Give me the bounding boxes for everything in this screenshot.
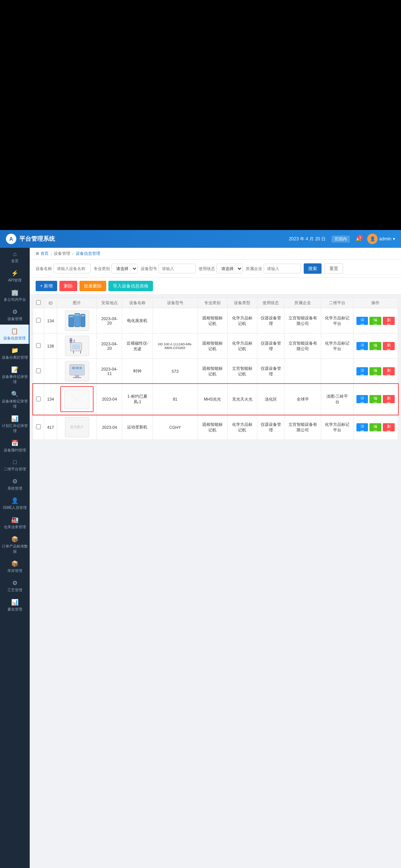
delete-row-btn[interactable]: 删除 — [383, 317, 395, 325]
sidebar-item-plan[interactable]: 📊 计划汇补记录管理 — [0, 412, 30, 437]
row-select-checkbox[interactable] — [36, 318, 41, 323]
row-device-name: 1-标约已夏凤-1 — [122, 384, 153, 415]
delete-row-btn-3[interactable]: 删除 — [383, 367, 395, 375]
row-image — [57, 308, 97, 333]
sidebar-item-qr[interactable]: □ 二维平台管理 — [0, 456, 30, 475]
sidebar-item-reserve[interactable]: 📅 设备预约管理 — [0, 437, 30, 456]
row-device-type: 化学方品标记机 — [227, 333, 257, 359]
device-name-input[interactable] — [53, 264, 91, 273]
edit-btn-3[interactable]: 编辑 — [369, 367, 381, 375]
view-btn-5[interactable]: 详情 — [356, 423, 368, 431]
delete-row-btn-4[interactable]: 删除 — [383, 395, 395, 403]
view-btn-2[interactable]: 详情 — [356, 342, 368, 350]
svg-rect-4 — [75, 314, 79, 316]
sidebar-item-home[interactable]: ⌂ 首页 — [0, 248, 30, 267]
no-image-text: 暂无图片 — [70, 425, 84, 430]
svg-rect-5 — [81, 315, 85, 316]
sidebar-label-equipment: 设备管理 — [7, 316, 22, 322]
sidebar-item-quantify[interactable]: 📊 量化管理 — [0, 596, 30, 615]
sidebar-label-company: 多公司内平台 — [4, 297, 26, 302]
device-name-label: 设备名称 — [36, 266, 52, 272]
sidebar-label-quantify: 量化管理 — [7, 607, 22, 612]
row-category: 固相智能标记机 — [198, 333, 227, 359]
avatar-icon: 👤 — [370, 236, 375, 241]
row-qr: 化学方品标记平台 — [321, 308, 353, 333]
status-select[interactable]: 请选择 — [216, 264, 243, 273]
enterprise-input[interactable] — [264, 264, 301, 273]
sidebar-item-system[interactable]: ⚙ 系统管理 — [0, 475, 30, 494]
search-button[interactable]: 搜索 — [304, 263, 322, 274]
edit-btn-2[interactable]: 编辑 — [369, 342, 381, 350]
sidebar-item-order[interactable]: 📦 订单产品标准数据 — [0, 533, 30, 557]
col-model: 设备型号 — [153, 298, 198, 308]
edit-btn-4[interactable]: 编辑 — [369, 395, 381, 403]
device-table: ID 图片 安装地点 设备名称 设备型号 专业类别 设备类型 使用状态 所属企业… — [33, 297, 398, 440]
sidebar-item-device-zone[interactable]: 📁 设备分离区管理 — [0, 344, 30, 363]
system-icon: ⚙ — [12, 478, 17, 485]
breadcrumb-equipment[interactable]: 设备管理 — [54, 251, 70, 256]
reset-button[interactable]: 重置 — [325, 263, 343, 274]
notification-bell[interactable]: 🔔 1 — [356, 236, 361, 241]
row-actions: 详情 编辑 删除 — [353, 384, 398, 415]
user-avatar-area[interactable]: 👤 admin ▾ — [367, 234, 395, 244]
sidebar-item-process[interactable]: ⚙ 工艺管理 — [0, 576, 30, 596]
delete-button[interactable]: 删除 — [59, 281, 77, 291]
row-actions: 详情 编辑 删除 — [353, 308, 398, 333]
company-icon: 🏢 — [11, 289, 19, 296]
device-image-3 — [65, 361, 89, 381]
model-input[interactable] — [159, 264, 196, 273]
svg-rect-7 — [72, 344, 80, 349]
sidebar-item-company[interactable]: 🏢 多公司内平台 — [0, 286, 30, 305]
view-btn-4[interactable]: 详情 — [356, 395, 368, 403]
delete-row-btn-5[interactable]: 删除 — [383, 423, 395, 431]
col-image: 图片 — [57, 298, 97, 308]
model-label: 设备型号 — [141, 266, 157, 272]
add-button[interactable]: + 新增 — [36, 281, 57, 291]
sidebar-item-api[interactable]: ⚡ API管理 — [0, 267, 30, 286]
view-btn[interactable]: 详情 — [356, 317, 368, 325]
breadcrumb-home[interactable]: 首页 — [40, 251, 49, 256]
svg-rect-11 — [74, 339, 75, 342]
sidebar-item-inspection[interactable]: 🔍 设备体检记录管理 — [0, 388, 30, 412]
app-title: 平台管理系统 — [19, 235, 55, 243]
select-all-checkbox[interactable] — [36, 300, 41, 305]
import-template-button[interactable]: 导入设备信息表格 — [108, 281, 153, 291]
row-qr: 淡图-三岭平台 — [321, 384, 353, 415]
sidebar-item-warehouse[interactable]: 🏭 仓库业务管理 — [0, 513, 30, 533]
row-image — [57, 359, 97, 384]
language-switcher[interactable]: 官国内 — [332, 236, 350, 243]
header-right: 2023 年 4 月 20 日 官国内 🔔 1 👤 admin ▾ — [289, 234, 395, 244]
sidebar: ⌂ 首页 ⚡ API管理 🏢 多公司内平台 ⚙ 设备管理 📋 设备信息管理 📁 — [0, 248, 30, 868]
sidebar-item-isme[interactable]: 👤 ISME人员管理 — [0, 494, 30, 513]
row-checkbox — [33, 384, 44, 415]
category-select[interactable]: 请选择 — [111, 264, 138, 273]
event-icon: 📝 — [11, 366, 19, 373]
row-select-checkbox[interactable] — [36, 424, 41, 429]
device-zone-icon: 📁 — [11, 347, 19, 354]
row-select-checkbox[interactable] — [36, 397, 41, 401]
row-model: HD 100 A 11124D-MN-8805-CF02EF — [153, 333, 198, 359]
sidebar-label-system: 系统管理 — [7, 486, 22, 491]
header-date: 2023 年 4 月 20 日 — [289, 236, 326, 242]
row-select-checkbox[interactable] — [36, 343, 41, 348]
header-left: A 平台管理系统 — [6, 234, 55, 244]
device-svg-1 — [67, 312, 87, 330]
sidebar-item-stock[interactable]: 📦 库存管理 — [0, 557, 30, 576]
table-row: 2023-04-11 时钟 573 固相智能标记机 立宫智能标记机 仪器设备管理… — [33, 359, 398, 384]
category-label: 专业类别 — [94, 266, 110, 272]
svg-point-12 — [70, 340, 72, 341]
sidebar-item-equipment-mgmt[interactable]: ⚙ 设备管理 — [0, 305, 30, 325]
view-btn-3[interactable]: 详情 — [356, 367, 368, 375]
batch-delete-button[interactable]: 批量删除 — [79, 281, 106, 291]
col-device-name: 设备名称 — [122, 298, 153, 308]
sidebar-item-event[interactable]: 📝 设备事件记录管理 — [0, 363, 30, 388]
edit-btn-5[interactable]: 编辑 — [369, 423, 381, 431]
row-select-checkbox[interactable] — [36, 368, 41, 373]
row-device-type: 立宫智能标记机 — [227, 359, 257, 384]
api-icon: ⚡ — [11, 270, 19, 277]
sidebar-item-device-info[interactable]: 📋 设备信息管理 — [0, 325, 30, 344]
edit-btn[interactable]: 编辑 — [369, 317, 381, 325]
row-actions: 详情 编辑 删除 — [353, 415, 398, 440]
delete-row-btn-2[interactable]: 删除 — [383, 342, 395, 350]
row-enterprise: 立宫智能设备有限公司 — [284, 415, 321, 440]
